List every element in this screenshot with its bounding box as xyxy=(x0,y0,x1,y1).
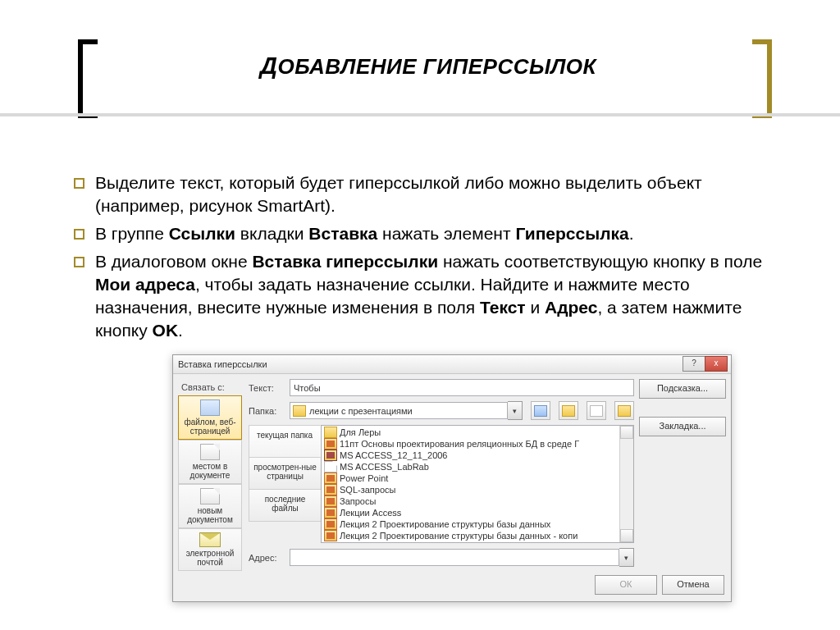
file-name: Лекция 2 Проектирование структуры базы д… xyxy=(340,531,578,541)
address-label: Адрес: xyxy=(249,553,285,563)
folder-combo[interactable]: лекции с презентациями xyxy=(290,402,508,419)
t: Ссылки xyxy=(169,224,235,243)
globe-file-icon xyxy=(200,399,220,416)
open-folder-icon xyxy=(618,405,631,417)
list-item[interactable]: MS ACCESS_12_11_2006 xyxy=(324,450,619,461)
linkto-place-in-doc[interactable]: местом в документе xyxy=(178,440,242,484)
close-button[interactable]: x xyxy=(705,356,728,372)
t: вкладки xyxy=(235,224,308,243)
list-item[interactable]: Power Point xyxy=(324,472,619,484)
insert-hyperlink-dialog: Вставка гиперссылки ? x Связать с: Текст… xyxy=(172,354,732,602)
linkto-email[interactable]: электронной почтой xyxy=(178,528,242,571)
file-name: MS ACCESS_12_11_2006 xyxy=(340,450,447,460)
bookmark-doc-icon xyxy=(200,444,220,460)
bookmark-button[interactable]: Закладка... xyxy=(639,417,726,436)
linkto-label-text: электронной почтой xyxy=(186,549,235,567)
tab-recent-files[interactable]: последние файлы xyxy=(249,489,321,522)
folder-icon xyxy=(324,427,337,438)
file-name: MS ACCESS_LabRab xyxy=(340,462,429,472)
title-rest: ОБАВЛЕНИЕ ГИПЕРССЫЛОК xyxy=(277,54,596,79)
t: нажать соответствующую кнопку в поле xyxy=(438,252,762,271)
t: Гиперссылка xyxy=(515,224,628,243)
linkto-label: Связать с: xyxy=(178,379,244,395)
file-name: Запросы xyxy=(340,496,376,506)
linkto-file-web[interactable]: файлом, веб-страницей xyxy=(178,395,242,440)
list-item[interactable]: Лекция 2 Проектирование структуры базы д… xyxy=(324,518,619,530)
cancel-button[interactable]: Отмена xyxy=(662,575,724,595)
file-name: Для Леры xyxy=(340,427,381,437)
tab-browsed-pages[interactable]: просмотрен-ные страницы xyxy=(249,457,321,490)
list-item[interactable]: SQL-запросы xyxy=(324,484,619,495)
ppt-icon xyxy=(324,495,337,507)
browse-web-button[interactable] xyxy=(587,401,606,420)
file-name: Лекции Access xyxy=(340,508,401,518)
t: нажать элемент xyxy=(377,224,515,243)
file-list[interactable]: Для Леры 11пт Основы проектирования реля… xyxy=(321,425,634,543)
new-doc-icon xyxy=(200,488,220,504)
t: В группе xyxy=(95,224,169,243)
dialog-titlebar[interactable]: Вставка гиперссылки ? x xyxy=(173,355,731,374)
file-name: Power Point xyxy=(340,473,388,483)
ok-button[interactable]: ОК xyxy=(595,575,657,595)
text-label: Текст: xyxy=(249,383,285,393)
title-rule xyxy=(0,113,840,116)
browse-file-button[interactable] xyxy=(614,401,634,420)
screen-tip-button[interactable]: Подсказка... xyxy=(639,379,726,399)
folder-label: Папка: xyxy=(249,406,285,416)
t: OK xyxy=(153,321,179,340)
up-folder-icon xyxy=(562,405,575,417)
t: Адрес xyxy=(545,298,597,317)
bullet-list: Выделите текст, который будет гиперссылк… xyxy=(41,171,791,346)
folder-dropdown-arrow[interactable]: ▾ xyxy=(508,401,523,420)
doc-icon xyxy=(324,461,337,472)
file-name: SQL-запросы xyxy=(340,485,395,495)
ppt-icon xyxy=(324,518,337,530)
address-field[interactable] xyxy=(290,549,619,566)
list-item[interactable]: MS ACCESS_LabRab xyxy=(324,461,619,472)
t: . xyxy=(629,224,634,243)
ppt-icon xyxy=(324,438,337,450)
t: Вставка гиперссылки xyxy=(252,252,438,271)
list-item[interactable]: 11пт Основы проектирования реляционных Б… xyxy=(324,438,619,450)
linkto-label-text: новым документом xyxy=(187,506,233,524)
back-button[interactable] xyxy=(531,401,550,420)
bullet-3: В диалоговом окне Вставка гиперссылки на… xyxy=(74,250,791,342)
t: и xyxy=(526,298,545,317)
file-name: Лекция 2 Проектирование структуры базы д… xyxy=(340,519,550,529)
t: Текст xyxy=(480,298,526,317)
folder-icon xyxy=(293,405,306,417)
address-dropdown-arrow[interactable]: ▾ xyxy=(619,548,634,567)
help-button[interactable]: ? xyxy=(682,356,705,372)
list-item[interactable]: Запросы xyxy=(324,495,619,507)
ppt-icon xyxy=(324,507,337,518)
list-item[interactable]: Лекции Access xyxy=(324,507,619,518)
t: Мои адреса xyxy=(95,275,195,294)
linkto-new-document[interactable]: новым документом xyxy=(178,484,242,528)
access-icon xyxy=(324,450,337,461)
ppt-icon xyxy=(324,530,337,541)
t: . xyxy=(178,321,183,340)
dialog-title: Вставка гиперссылки xyxy=(178,359,267,369)
list-item[interactable]: Лекция 2 Проектирование структуры базы д… xyxy=(324,530,619,541)
ppt-icon xyxy=(324,484,337,495)
tab-current-folder[interactable]: текущая папка xyxy=(249,425,321,458)
text-value: Чтобы xyxy=(294,383,321,393)
slide: ДОБАВЛЕНИЕ ГИПЕРССЫЛОК Выделите текст, к… xyxy=(0,0,840,630)
scrollbar[interactable] xyxy=(619,426,633,542)
ppt-icon xyxy=(324,472,337,484)
bullet-1-text: Выделите текст, который будет гиперссылк… xyxy=(95,173,702,215)
text-field[interactable]: Чтобы xyxy=(290,379,634,396)
file-name: 11пт Основы проектирования реляционных Б… xyxy=(340,439,579,449)
t: В диалоговом окне xyxy=(95,252,252,271)
bullet-1: Выделите текст, который будет гиперссылк… xyxy=(74,171,791,217)
mail-icon xyxy=(199,532,221,547)
list-item[interactable]: Для Леры xyxy=(324,427,619,438)
linkto-label-text: местом в документе xyxy=(190,462,231,480)
page-title: ДОБАВЛЕНИЕ ГИПЕРССЫЛОК xyxy=(98,52,758,80)
folder-value: лекции с презентациями xyxy=(309,406,413,416)
title-first-letter: Д xyxy=(260,52,277,79)
t: Вставка xyxy=(308,224,377,243)
linkto-label-text: файлом, веб-страницей xyxy=(184,418,235,436)
up-button[interactable] xyxy=(559,401,578,420)
bullet-2: В группе Ссылки вкладки Вставка нажать э… xyxy=(74,222,791,245)
